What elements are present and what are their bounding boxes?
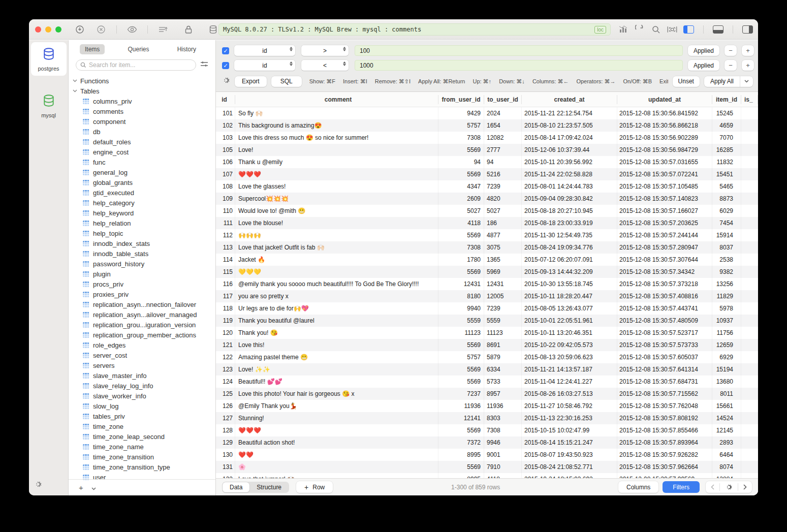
close-circle-icon[interactable] xyxy=(96,24,106,35)
table-row[interactable]: 127 Stunning! 12141 8303 2015-11-13 22:3… xyxy=(216,412,758,424)
cell-updated-at[interactable]: 2015-12-08 15:30:57.684731 xyxy=(617,375,712,388)
cell-id[interactable]: 131 xyxy=(216,461,235,473)
table-row[interactable]: 114 Jacket 🔥 1780 1365 2015-07-12 06:20:… xyxy=(216,254,758,266)
sidebar-table-item[interactable]: plugin xyxy=(69,269,215,279)
column-header-from-user-id[interactable]: from_user_id xyxy=(438,95,484,104)
cell-from-user-id[interactable]: 5757 xyxy=(438,351,484,363)
table-row[interactable]: 107 ❤️❤️❤️ 5569 5216 2015-11-24 22:02:58… xyxy=(216,168,758,180)
table-row[interactable]: 128 ❤️❤️❤️ 5569 7308 2015-10-15 10:02:47… xyxy=(216,424,758,436)
cell-is[interactable] xyxy=(741,388,758,400)
cell-id[interactable]: 105 xyxy=(216,144,235,156)
apply-all-button[interactable]: Apply All xyxy=(704,76,753,87)
columns-button[interactable]: Columns xyxy=(618,481,658,493)
sql-button[interactable]: SQL xyxy=(271,76,302,87)
table-row[interactable]: 131 🌸 5569 7910 2015-08-24 21:08:52.771 … xyxy=(216,461,758,473)
cell-is[interactable] xyxy=(741,132,758,144)
cell-updated-at[interactable]: 2015-12-08 15:30:57.140823 xyxy=(617,193,712,205)
column-header-id[interactable]: id xyxy=(216,95,235,104)
cell-id[interactable]: 103 xyxy=(216,132,235,144)
cell-is[interactable] xyxy=(741,400,758,412)
cell-id[interactable]: 107 xyxy=(216,168,235,180)
sidebar-table-item[interactable]: help_category xyxy=(69,198,215,208)
cell-comment[interactable]: you are so pretty x xyxy=(235,290,438,302)
table-row[interactable]: 116 @emily thank you soooo much beautifu… xyxy=(216,278,758,290)
cell-item-id[interactable]: 15451 xyxy=(712,168,741,180)
cell-updated-at[interactable]: 2015-12-08 15:30:56.902289 xyxy=(617,132,712,144)
cell-comment[interactable]: Love the glasses! xyxy=(235,180,438,193)
cell-from-user-id[interactable]: 7372 xyxy=(438,436,484,449)
next-page-button[interactable] xyxy=(738,484,752,490)
table-row[interactable]: 113 Love that jacket! Outfit is fab 🙌🏻 7… xyxy=(216,241,758,254)
cell-is[interactable] xyxy=(741,290,758,302)
chart-icon[interactable] xyxy=(618,24,628,35)
cell-comment[interactable]: Love that jacket! Outfit is fab 🙌🏻 xyxy=(235,241,438,254)
refresh-icon[interactable] xyxy=(635,24,645,35)
filters-button[interactable]: Filters xyxy=(663,481,700,493)
cell-id[interactable]: 120 xyxy=(216,327,235,339)
cell-from-user-id[interactable]: 9940 xyxy=(438,302,484,315)
cell-to-user-id[interactable]: 7308 xyxy=(484,424,522,436)
cell-is[interactable] xyxy=(741,193,758,205)
search-input[interactable]: Search for item... xyxy=(76,59,196,71)
cell-item-id[interactable]: 4659 xyxy=(712,119,741,132)
cell-id[interactable]: 111 xyxy=(216,217,235,229)
table-row[interactable]: 117 you are so pretty x 8180 12005 2015-… xyxy=(216,290,758,302)
table-row[interactable]: 130 ❤️❤️ 8995 9001 2015-08-07 19:43:50.9… xyxy=(216,449,758,461)
cell-is[interactable] xyxy=(741,473,758,478)
cell-created-at[interactable]: 2015-11-04 12:24:41.227 xyxy=(522,375,617,388)
cell-updated-at[interactable]: 2015-12-08 15:30:56.841592 xyxy=(617,107,712,119)
cell-is[interactable] xyxy=(741,363,758,375)
cell-item-id[interactable]: 6464 xyxy=(712,449,741,461)
cell-item-id[interactable]: 15245 xyxy=(712,107,741,119)
cell-from-user-id[interactable]: 5757 xyxy=(438,119,484,132)
cell-updated-at[interactable]: 2015-12-08 15:30:57.166027 xyxy=(617,205,712,217)
cell-updated-at[interactable]: 2015-12-08 15:30:57.99569 xyxy=(617,473,712,478)
cell-item-id[interactable]: 12659 xyxy=(712,339,741,351)
cell-created-at[interactable]: 2015-12-06 10:37:39.44 xyxy=(522,144,617,156)
table-row[interactable]: 108 Love the glasses! 4347 7239 2015-08-… xyxy=(216,180,758,193)
sidebar-table-item[interactable]: slow_log xyxy=(69,401,215,411)
column-header-updated-at[interactable]: updated_at xyxy=(617,95,712,104)
cell-is[interactable] xyxy=(741,302,758,315)
cell-from-user-id[interactable]: 5569 xyxy=(438,424,484,436)
sidebar-table-item[interactable]: servers xyxy=(69,360,215,370)
cell-from-user-id[interactable]: 5569 xyxy=(438,461,484,473)
connection-postgres[interactable]: postgres xyxy=(31,42,67,76)
unset-button[interactable]: Unset xyxy=(673,76,700,87)
settings-gear-icon[interactable] xyxy=(34,480,42,490)
cell-to-user-id[interactable]: 12431 xyxy=(484,278,522,290)
add-item-button[interactable]: + xyxy=(75,483,87,492)
table-row[interactable]: 115 💛💛💛 5569 5969 2015-09-13 14:44:32.20… xyxy=(216,266,758,278)
sidebar-table-item[interactable]: replication_asyn...ailover_managed xyxy=(69,309,215,320)
table-row[interactable]: 102 This background is amazing😍 5757 165… xyxy=(216,119,758,132)
cell-id[interactable]: 125 xyxy=(216,388,235,400)
tree-group-functions[interactable]: Functions xyxy=(69,76,215,86)
cell-to-user-id[interactable]: 12005 xyxy=(484,290,522,302)
column-header-to-user-id[interactable]: to_user_id xyxy=(484,95,522,104)
cell-created-at[interactable]: 2015-09-13 14:44:32.209 xyxy=(522,266,617,278)
add-filter-button[interactable]: + xyxy=(742,45,754,56)
cell-from-user-id[interactable]: 9429 xyxy=(438,107,484,119)
cell-created-at[interactable]: 2015-10-01 22:05:51.961 xyxy=(522,315,617,327)
cell-created-at[interactable]: 2015-10-15 10:02:47.99 xyxy=(522,424,617,436)
cell-is[interactable] xyxy=(741,217,758,229)
sidebar-table-item[interactable]: default_roles xyxy=(69,137,215,147)
sidebar-table-item[interactable]: time_zone_transition_type xyxy=(69,462,215,472)
add-row-button[interactable]: + Row xyxy=(296,481,333,493)
cell-created-at[interactable]: 2015-08-14 15:15:21.247 xyxy=(522,436,617,449)
cell-from-user-id[interactable]: 5559 xyxy=(438,315,484,327)
cell-updated-at[interactable]: 2015-12-08 15:30:57.641314 xyxy=(617,363,712,375)
cell-item-id[interactable]: 13680 xyxy=(712,375,741,388)
cell-created-at[interactable]: 2015-09-04 09:28:30.842 xyxy=(522,193,617,205)
cell-item-id[interactable]: 6029 xyxy=(712,205,741,217)
cell-comment[interactable]: Love this photo! Your hair is gorgeous 😘… xyxy=(235,388,438,400)
cell-is[interactable] xyxy=(741,339,758,351)
sidebar-table-item[interactable]: comments xyxy=(69,106,215,116)
cell-comment[interactable]: 🌸 xyxy=(235,461,438,473)
cell-id[interactable]: 114 xyxy=(216,254,235,266)
cell-is[interactable] xyxy=(741,327,758,339)
sidebar-table-item[interactable]: columns_priv xyxy=(69,96,215,106)
cell-to-user-id[interactable]: 6334 xyxy=(484,363,522,375)
cell-updated-at[interactable]: 2015-12-08 15:30:57.762048 xyxy=(617,400,712,412)
cell-created-at[interactable]: 2015-11-21 22:12:54.754 xyxy=(522,107,617,119)
